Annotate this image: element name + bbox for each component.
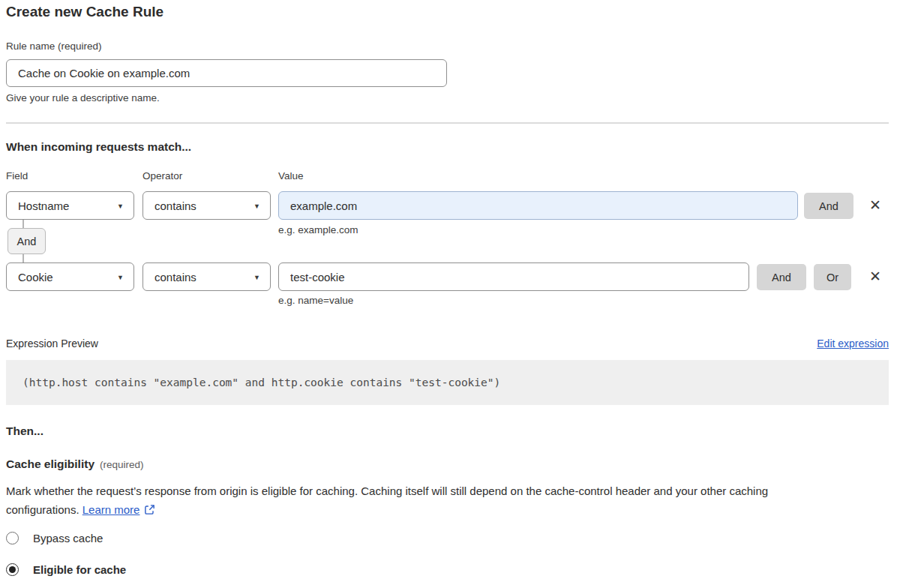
operator-select-row2-value: contains (154, 271, 196, 284)
value-column-label: Value (278, 170, 304, 182)
external-link-icon (144, 502, 155, 521)
learn-more-link[interactable]: Learn more (82, 503, 140, 516)
chevron-down-icon: ▼ (254, 202, 260, 210)
expression-code: (http.host contains "example.com" and ht… (22, 376, 500, 388)
expression-preview-label: Expression Preview (6, 338, 98, 350)
value-hint-row2: e.g. name=value (278, 295, 353, 306)
match-section-heading: When incoming requests match... (6, 140, 191, 154)
cache-eligibility-heading: Cache eligibility(required) (6, 458, 144, 471)
create-cache-rule-form: Create new Cache Rule Rule name (require… (0, 0, 900, 588)
add-or-condition-button-row2[interactable]: Or (814, 264, 851, 290)
remove-condition-icon-row1[interactable]: ✕ (864, 194, 886, 217)
value-input-row1[interactable] (278, 191, 798, 220)
cache-eligibility-title: Cache eligibility (6, 458, 94, 470)
rule-name-helper: Give your rule a descriptive name. (6, 92, 160, 104)
radio-option-bypass-cache[interactable]: Bypass cache (6, 532, 103, 544)
add-and-condition-button-row1[interactable]: And (804, 193, 854, 219)
radio-label-eligible-for-cache: Eligible for cache (33, 563, 126, 576)
operator-select-row1-value: contains (154, 200, 196, 212)
description-line1: Mark whether the request’s response from… (6, 484, 768, 497)
radio-label-bypass-cache: Bypass cache (33, 532, 103, 544)
radio-dot (9, 566, 16, 573)
expression-preview-block: (http.host contains "example.com" and ht… (6, 360, 889, 405)
required-note: (required) (100, 459, 144, 470)
radio-button-selected[interactable] (6, 563, 19, 576)
cache-eligibility-description: Mark whether the request’s response from… (6, 482, 880, 520)
radio-option-eligible-for-cache[interactable]: Eligible for cache (6, 563, 126, 576)
field-select-row1-value: Hostname (18, 200, 69, 212)
operator-select-row1[interactable]: contains ▼ (142, 191, 271, 220)
value-hint-row1: e.g. example.com (278, 224, 358, 236)
remove-condition-icon-row2[interactable]: ✕ (864, 266, 886, 288)
chevron-down-icon: ▼ (254, 273, 260, 281)
operator-column-label: Operator (142, 170, 182, 182)
chevron-down-icon: ▼ (117, 202, 124, 210)
chevron-down-icon: ▼ (117, 273, 124, 281)
add-and-condition-button-row2[interactable]: And (757, 264, 806, 290)
description-line2: configurations. (6, 503, 80, 516)
operator-select-row2[interactable]: contains ▼ (142, 262, 271, 291)
rule-name-label: Rule name (required) (6, 40, 102, 52)
page-title: Create new Cache Rule (6, 4, 164, 20)
field-column-label: Field (6, 170, 28, 182)
connector-and-button[interactable]: And (8, 228, 46, 254)
value-input-row2[interactable] (278, 262, 749, 291)
rule-name-input[interactable] (6, 59, 447, 87)
field-select-row2-value: Cookie (18, 271, 53, 284)
edit-expression-link[interactable]: Edit expression (817, 338, 889, 350)
then-heading: Then... (6, 424, 44, 438)
field-select-row2[interactable]: Cookie ▼ (6, 262, 134, 291)
radio-button-unselected[interactable] (6, 532, 19, 544)
field-select-row1[interactable]: Hostname ▼ (6, 191, 134, 220)
section-divider (6, 122, 889, 124)
